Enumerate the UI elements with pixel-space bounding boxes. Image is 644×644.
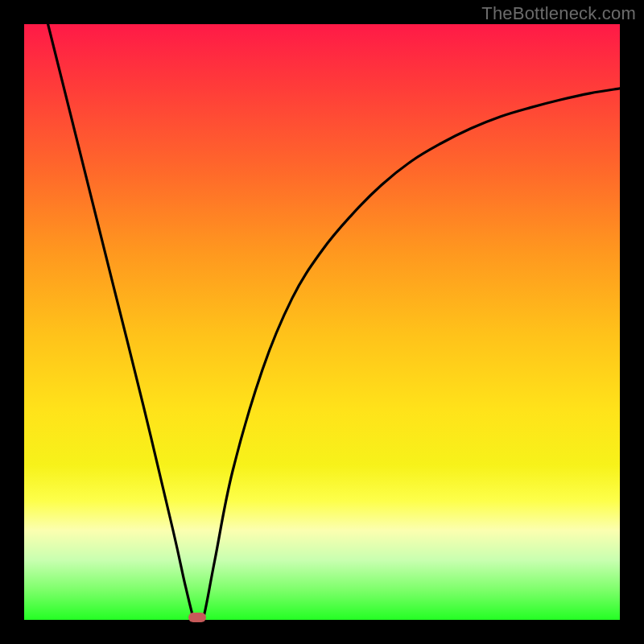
optimum-marker [188,613,206,622]
curve-layer [24,24,620,620]
watermark-text: TheBottleneck.com [481,3,636,24]
bottleneck-curve [48,24,620,620]
plot-area [24,24,620,620]
chart-frame: TheBottleneck.com [0,0,644,644]
